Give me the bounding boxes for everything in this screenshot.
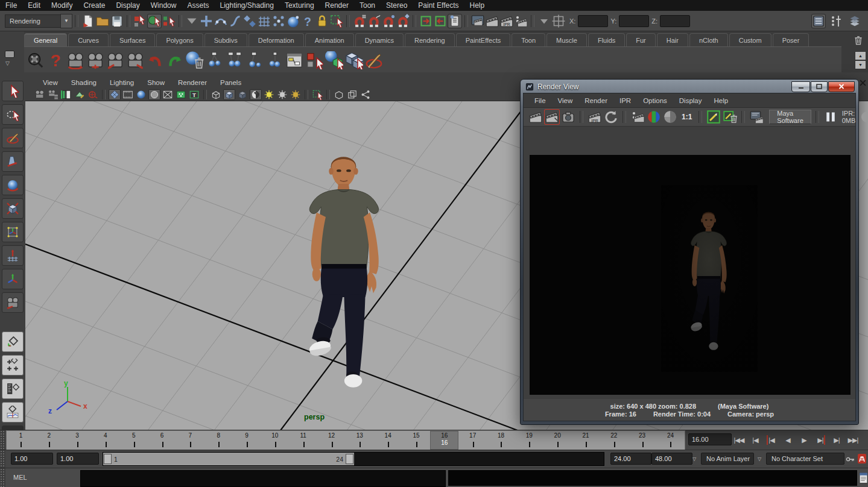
lock-icon[interactable] bbox=[315, 14, 329, 28]
construction-history-icon[interactable] bbox=[448, 14, 462, 28]
timeline-frame-cell[interactable]: 17 17 bbox=[458, 431, 487, 450]
shelf-tab[interactable]: Fluids bbox=[588, 33, 625, 46]
playback-end-input[interactable] bbox=[610, 453, 651, 465]
playback-button[interactable]: ▶ bbox=[796, 432, 812, 448]
timeline-frame-cell[interactable]: 4 4 bbox=[91, 431, 119, 450]
anim-layer-field[interactable]: No Anim Layer bbox=[701, 453, 754, 465]
playback-button[interactable]: ▶| bbox=[813, 432, 828, 448]
current-time-input[interactable] bbox=[688, 433, 732, 445]
delete-object-icon[interactable] bbox=[186, 51, 204, 69]
shelf-tab[interactable]: Custom bbox=[729, 33, 771, 46]
no-lights-icon[interactable] bbox=[276, 89, 288, 100]
soft-modification-button[interactable] bbox=[2, 245, 24, 266]
timeline-frame-cell[interactable]: 14 14 bbox=[374, 431, 402, 450]
rendered-image[interactable] bbox=[530, 155, 851, 395]
shelf-scroll-up-icon[interactable]: ▲ bbox=[855, 51, 866, 60]
timeline-frame-cell[interactable]: 15 15 bbox=[402, 431, 431, 450]
shelf-menu-arrow-icon[interactable]: ▽ bbox=[5, 60, 10, 66]
panel-menu-item[interactable]: Renderer bbox=[171, 79, 214, 86]
menu-item[interactable]: Assets bbox=[182, 0, 214, 11]
renderer-dropdown[interactable]: Maya Software bbox=[769, 110, 811, 124]
z-coordinate-input[interactable] bbox=[660, 15, 690, 27]
rgb-channels-icon[interactable] bbox=[647, 110, 661, 124]
render-view-titlebar[interactable]: Render View bbox=[523, 80, 856, 93]
shelf-tab[interactable]: Muscle bbox=[546, 33, 587, 46]
menu-item[interactable]: Stereo bbox=[381, 0, 413, 11]
render-view-menu-item[interactable]: View bbox=[552, 97, 579, 104]
shelf-tab[interactable]: Deformation bbox=[249, 33, 304, 46]
timeline-frame-cell[interactable]: 9 9 bbox=[233, 431, 261, 450]
shelf-tab[interactable]: Fur bbox=[626, 33, 656, 46]
timeline-frame-cell[interactable]: 22 22 bbox=[600, 431, 628, 450]
snap-to-planes-icon[interactable] bbox=[242, 14, 257, 28]
scene-view-icon[interactable] bbox=[333, 89, 345, 100]
minimize-button[interactable] bbox=[791, 81, 810, 92]
select-objects-icon[interactable] bbox=[325, 51, 343, 69]
shelf-tab[interactable]: Animation bbox=[305, 33, 354, 46]
maximize-button[interactable] bbox=[811, 81, 828, 92]
render-view-menu-item[interactable]: Display bbox=[673, 97, 708, 104]
select-components-icon[interactable] bbox=[345, 51, 363, 69]
shelf-scroll-down-icon[interactable]: ▼ bbox=[855, 60, 866, 69]
shelf-tab[interactable]: Toon bbox=[512, 33, 545, 46]
render-region-icon[interactable] bbox=[630, 110, 645, 124]
range-end-handle[interactable] bbox=[346, 454, 353, 464]
absolute-transform-icon[interactable] bbox=[551, 14, 566, 28]
ik-spline-tool-icon[interactable] bbox=[246, 51, 264, 69]
range-start-handle[interactable] bbox=[104, 454, 112, 464]
show-manipulator-button[interactable] bbox=[2, 269, 24, 289]
shaded-display-icon[interactable] bbox=[135, 89, 147, 100]
film-gate-icon[interactable] bbox=[122, 89, 134, 100]
select-tool-button[interactable] bbox=[2, 81, 24, 101]
help-line-icon[interactable]: ? bbox=[46, 51, 65, 69]
timeline-frame-cell[interactable]: 11 11 bbox=[289, 431, 317, 450]
timeline-frame-cell[interactable]: 20 20 bbox=[543, 431, 572, 450]
undo-icon[interactable] bbox=[146, 51, 164, 69]
playblast-icon[interactable] bbox=[27, 51, 45, 69]
paint-effects-icon[interactable] bbox=[365, 51, 383, 69]
attribute-editor-toggle-icon[interactable] bbox=[811, 14, 826, 28]
command-language-label[interactable]: MEL bbox=[13, 474, 27, 481]
shelf-tab[interactable]: Polygons bbox=[156, 33, 203, 46]
camera-dolly-icon[interactable] bbox=[106, 51, 124, 69]
shelf-tab[interactable]: Dynamics bbox=[355, 33, 404, 46]
tool-settings-toggle-icon[interactable] bbox=[829, 14, 844, 28]
menu-item[interactable]: Texturing bbox=[279, 0, 320, 11]
menu-item[interactable]: Create bbox=[78, 0, 110, 11]
field-mode-dropdown-icon[interactable] bbox=[537, 14, 551, 28]
outputs-from-selected-icon[interactable] bbox=[433, 14, 448, 28]
range-grip[interactable] bbox=[0, 450, 5, 468]
camera-attributes-icon[interactable] bbox=[34, 89, 46, 100]
pause-ipr-icon[interactable] bbox=[823, 110, 838, 124]
ipr-render-icon[interactable]: IPR bbox=[588, 110, 602, 124]
layout-outliner-persp-button[interactable] bbox=[2, 379, 24, 399]
select-by-hierarchy-icon[interactable] bbox=[305, 51, 323, 69]
playback-button[interactable]: ▶▶| bbox=[845, 432, 861, 448]
shelf-tab[interactable]: nCloth bbox=[689, 33, 728, 46]
safe-title-icon[interactable]: T bbox=[188, 89, 200, 100]
menu-item[interactable]: Render bbox=[320, 0, 354, 11]
render-view-menu-item[interactable]: File bbox=[528, 97, 552, 104]
script-editor-icon[interactable] bbox=[859, 472, 868, 484]
snap-magnet-curve-icon[interactable] bbox=[367, 14, 381, 28]
joint-tool-icon[interactable] bbox=[206, 51, 224, 69]
shelf-tab[interactable]: General bbox=[24, 33, 67, 46]
select-component-mode-icon[interactable] bbox=[162, 14, 176, 28]
keep-image-icon[interactable] bbox=[706, 110, 721, 124]
x-coordinate-input[interactable] bbox=[578, 15, 608, 27]
shelf-tab[interactable]: Hair bbox=[657, 33, 688, 46]
remove-image-icon[interactable] bbox=[723, 110, 737, 124]
save-scene-icon[interactable] bbox=[110, 14, 124, 28]
open-render-settings-icon[interactable] bbox=[749, 110, 764, 124]
menu-item[interactable]: File bbox=[0, 0, 22, 11]
playback-button[interactable]: ◀ bbox=[780, 432, 796, 448]
menu-item[interactable]: Help bbox=[464, 0, 490, 11]
universal-manipulator-button[interactable] bbox=[2, 222, 24, 242]
menu-set-dropdown[interactable]: Rendering ▼ bbox=[5, 14, 72, 28]
playback-button[interactable]: |◀◀ bbox=[731, 432, 747, 448]
snap-together-icon[interactable] bbox=[271, 14, 286, 28]
render-view-menu-item[interactable]: Render bbox=[578, 97, 613, 104]
panel-menu-item[interactable]: View bbox=[36, 79, 65, 86]
timeline-frame-cell[interactable]: 13 13 bbox=[346, 431, 374, 450]
highlight-selection-icon[interactable] bbox=[329, 14, 344, 28]
